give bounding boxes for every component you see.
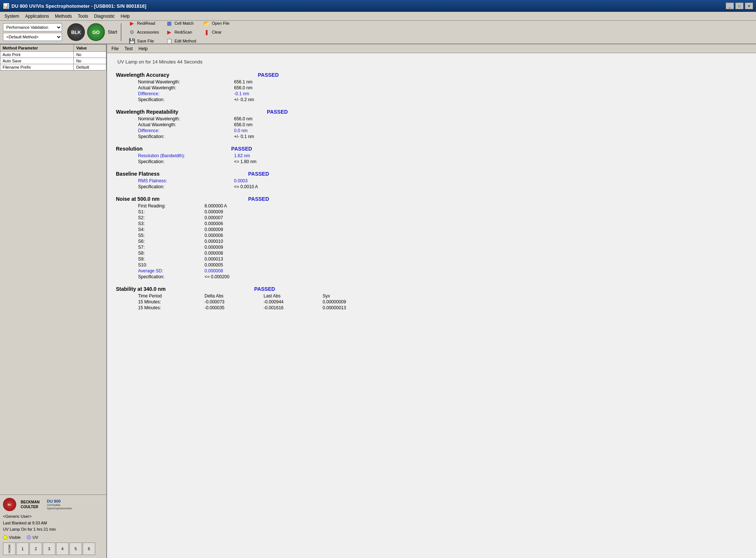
uv-lamp-label: UV	[32, 535, 38, 540]
row-label: S7:	[138, 245, 205, 250]
test-row: Nominal Wavelength: 656.1 nm	[138, 79, 747, 85]
row-label: S6:	[138, 239, 205, 244]
cell-1-button[interactable]: 1	[16, 542, 29, 555]
visible-lamp-label: Visible	[9, 535, 21, 540]
stability-header: Stability at 340.0 nm PASSED	[116, 286, 747, 292]
accessories-button[interactable]: ⚙ Accessories	[125, 28, 162, 36]
menu-tools[interactable]: Tools	[75, 13, 91, 20]
menu-diagnostic[interactable]: Diagnostic	[91, 13, 118, 20]
stab-delta-2: -0.000035	[205, 305, 264, 310]
edit-method-label: Edit Method	[175, 39, 196, 43]
edit-method-button[interactable]: 📋 Edit Method	[163, 37, 199, 45]
clear-icon: ❚	[203, 29, 210, 35]
maximize-button[interactable]: □	[735, 3, 743, 9]
row-label: S9:	[138, 256, 205, 262]
param-col-header: Method Parameter	[0, 45, 74, 52]
inner-menu-test[interactable]: Test	[121, 45, 135, 52]
blk-button[interactable]: BLK	[67, 23, 85, 41]
left-panel: Method Parameter Value Auto Print No Aut…	[0, 44, 107, 558]
open-file-label: Open File	[212, 21, 230, 25]
rediscan-button[interactable]: ▶ RediScan	[163, 28, 199, 36]
cell-5-button[interactable]: 5	[69, 542, 82, 555]
menu-methods[interactable]: Methods	[52, 13, 75, 20]
cell-2-button[interactable]: 2	[30, 542, 42, 555]
rediscan-label: RediScan	[175, 30, 192, 34]
rediread-button[interactable]: ▶ RediRead	[125, 19, 162, 27]
noise-row: Average SD: 0.000008	[138, 268, 747, 273]
noise-row: S9: 0.000013	[138, 256, 747, 262]
go-button[interactable]: GO	[87, 23, 105, 41]
home-cell-button[interactable]: HOME	[3, 542, 16, 555]
noise-section: Noise at 500.0 nm PASSED First Reading: …	[116, 196, 747, 279]
uv-lamp: UV	[27, 535, 38, 540]
noise-row: S2: 0.000007	[138, 215, 747, 220]
noise-row: Specification: <= 0.000200	[138, 274, 747, 279]
table-row: Auto Print No	[0, 52, 106, 58]
cell-6-button[interactable]: 6	[83, 542, 95, 555]
stab-col-time: Time Period	[138, 293, 205, 299]
stability-title: Stability at 340.0 nm	[116, 286, 166, 292]
clear-button[interactable]: ❚ Clear	[200, 28, 237, 36]
test-row: Actual Wavelength: 656.0 nm	[138, 85, 747, 90]
menu-system[interactable]: System	[1, 13, 22, 20]
row-value: -0.1 nm	[234, 91, 249, 96]
cell-3-button[interactable]: 3	[43, 542, 55, 555]
toolbar-action-buttons: ▶ RediRead ▦ Cell Match 📂 Open File ⚙ Ac…	[125, 19, 237, 45]
test-row: Difference: 0.0 nm	[138, 128, 747, 133]
row-label: Actual Wavelength:	[138, 122, 234, 127]
row-value: 0.000009	[205, 245, 256, 250]
toolbar-dropdowns: Performance Validation <Default Method>	[3, 23, 62, 41]
stab-time-2: 15 Minutes:	[138, 305, 205, 310]
uv-lamp-duration: UV Lamp On for 1 hrs 21 min	[3, 526, 103, 533]
row-value: 0.000009	[205, 227, 256, 232]
row-label: S4:	[138, 227, 205, 232]
noise-row: First Reading: 8.000000 A	[138, 203, 747, 209]
cell-match-icon: ▦	[166, 20, 173, 26]
menu-applications[interactable]: Applications	[22, 13, 52, 20]
row-value: 0.000010	[205, 239, 256, 244]
main-area: Method Parameter Value Auto Print No Aut…	[0, 44, 756, 558]
row-value: 0.000008	[205, 268, 256, 273]
right-panel: File Test Help UV Lamp on for 14 Minutes…	[107, 44, 756, 558]
stab-last-2: -0.001616	[264, 305, 323, 310]
noise-row: S3: 0.000006	[138, 221, 747, 226]
baseline-flatness-rows: RMS Flatness: 0.0003 Specification: <= 0…	[116, 178, 747, 189]
noise-row: S6: 0.000010	[138, 239, 747, 244]
close-button[interactable]: ✕	[745, 3, 753, 9]
save-file-label: Save File	[137, 39, 154, 43]
wavelength-accuracy-header: Wavelength Accuracy PASSED	[116, 72, 747, 78]
wavelength-accuracy-section: Wavelength Accuracy PASSED Nominal Wavel…	[116, 72, 747, 102]
wavelength-repeatability-section: Wavelength Repeatability PASSED Nominal …	[116, 109, 747, 139]
method-type-dropdown[interactable]: Performance Validation	[3, 23, 62, 31]
content-area: UV Lamp on for 14 Minutes 44 Seconds Wav…	[107, 53, 756, 558]
inner-menu-file[interactable]: File	[109, 45, 121, 52]
uv-lamp-timer: UV Lamp on for 14 Minutes 44 Seconds	[116, 59, 747, 65]
inner-menu-help[interactable]: Help	[135, 45, 151, 52]
toolbar: Performance Validation <Default Method> …	[0, 21, 756, 44]
accessories-icon: ⚙	[128, 29, 135, 35]
wavelength-repeatability-rows: Nominal Wavelength: 656.0 nm Actual Wave…	[116, 116, 747, 139]
noise-row: S4: 0.000009	[138, 227, 747, 232]
cell-match-button[interactable]: ▦ Cell Match	[163, 19, 199, 27]
open-file-icon: 📂	[203, 20, 210, 26]
test-row: RMS Flatness: 0.0003	[138, 178, 747, 183]
row-value: 656.1 nm	[234, 79, 252, 85]
cell-4-button[interactable]: 4	[56, 542, 69, 555]
cell-buttons: HOME 1 2 3 4 5 6	[3, 542, 103, 555]
menu-help[interactable]: Help	[118, 13, 133, 20]
noise-header: Noise at 500.0 nm PASSED	[116, 196, 747, 202]
open-file-button[interactable]: 📂 Open File	[200, 19, 237, 27]
accessories-label: Accessories	[137, 30, 159, 34]
test-row: Nominal Wavelength: 656.0 nm	[138, 116, 747, 121]
minimize-button[interactable]: _	[726, 3, 734, 9]
row-value: +/- 0.1 nm	[234, 134, 254, 139]
row-label: Specification:	[138, 184, 234, 189]
visible-lamp-indicator	[3, 535, 7, 540]
wavelength-accuracy-rows: Nominal Wavelength: 656.1 nm Actual Wave…	[116, 79, 747, 102]
save-file-button[interactable]: 💾 Save File	[125, 37, 162, 45]
noise-row: S7: 0.000009	[138, 245, 747, 250]
default-method-dropdown[interactable]: <Default Method>	[3, 33, 62, 41]
row-label: Resolution (Bandwidth):	[138, 153, 234, 158]
stability-row: 15 Minutes: -0.000073 -0.000944 0.000000…	[116, 299, 747, 304]
row-value: 0.000005	[205, 262, 256, 268]
